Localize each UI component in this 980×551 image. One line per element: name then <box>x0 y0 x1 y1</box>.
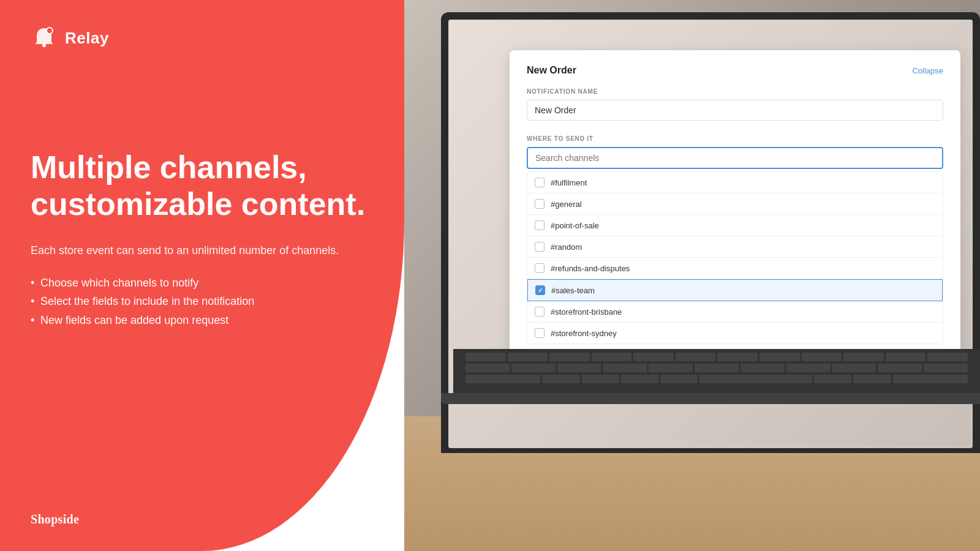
laptop-base <box>441 393 980 404</box>
key <box>508 353 548 361</box>
channel-label-random: #random <box>551 242 582 252</box>
card-header: New Order Collapse <box>527 65 943 76</box>
channel-label-storefront-brisbane: #storefront-brisbane <box>551 307 622 317</box>
key <box>633 353 674 361</box>
channel-checkbox-random[interactable] <box>535 242 545 252</box>
where-section: WHERE TO SEND IT #fulfilment #general <box>527 135 943 344</box>
laptop-screen-area: New Order Collapse NOTIFICATION NAME WHE… <box>441 12 980 453</box>
feature-item-1: Choose which channels to notify <box>31 274 374 293</box>
key <box>557 364 601 372</box>
key <box>660 375 698 383</box>
laptop-keyboard <box>453 349 980 398</box>
channel-item-general[interactable]: #general <box>527 193 943 215</box>
channel-item-point-of-sale[interactable]: #point-of-sale <box>527 215 943 236</box>
main-headline: Multiple channels, customizable content. <box>31 149 374 223</box>
key <box>511 364 556 372</box>
logo-area: Relay <box>31 24 374 51</box>
channel-label-sales-team: #sales-team <box>551 286 595 295</box>
key <box>878 364 922 372</box>
where-label: WHERE TO SEND IT <box>527 135 943 142</box>
app-card: New Order Collapse NOTIFICATION NAME WHE… <box>510 50 960 359</box>
key <box>549 353 590 361</box>
search-channels-input[interactable] <box>527 147 943 169</box>
key <box>582 375 619 383</box>
key <box>893 375 968 383</box>
key <box>924 364 968 372</box>
keyboard-row-1 <box>466 353 968 361</box>
channel-label-fulfilment: #fulfilment <box>551 178 587 187</box>
key <box>699 375 812 383</box>
channel-label-refunds: #refunds-and-disputes <box>551 264 630 273</box>
channel-checkbox-storefront-brisbane[interactable] <box>535 307 545 317</box>
key <box>542 375 579 383</box>
keyboard-row-3 <box>466 375 968 383</box>
keyboard-rows <box>453 349 980 387</box>
left-panel: Relay Multiple channels, customizable co… <box>0 0 404 551</box>
channel-label-point-of-sale: #point-of-sale <box>551 221 599 230</box>
channel-checkbox-fulfilment[interactable] <box>535 178 545 187</box>
channel-item-random[interactable]: #random <box>527 236 943 258</box>
channel-checkbox-storefront-sydney[interactable] <box>535 328 545 338</box>
key <box>621 375 658 383</box>
channel-item-sales-team[interactable]: #sales-team <box>527 279 943 301</box>
keyboard-row-2 <box>466 364 968 372</box>
channels-list: #fulfilment #general #point-of-sale <box>527 171 943 344</box>
brand-name: Relay <box>65 29 109 48</box>
feature-list: Choose which channels to notify Select t… <box>31 274 374 330</box>
key <box>466 364 510 372</box>
key <box>802 353 842 361</box>
feature-item-3: New fields can be added upon request <box>31 311 374 330</box>
channel-checkbox-sales-team[interactable] <box>535 285 545 295</box>
relay-logo-icon <box>31 24 58 51</box>
notification-name-input[interactable] <box>527 100 943 121</box>
key <box>927 353 968 361</box>
key <box>466 375 540 383</box>
notification-name-label: NOTIFICATION NAME <box>527 88 943 95</box>
key <box>832 364 876 372</box>
channel-checkbox-refunds[interactable] <box>535 263 545 273</box>
channel-checkbox-general[interactable] <box>535 199 545 209</box>
key <box>466 353 506 361</box>
key <box>649 364 693 372</box>
key <box>760 353 800 361</box>
channel-label-general: #general <box>551 200 582 209</box>
key <box>886 353 926 361</box>
svg-point-0 <box>42 43 46 47</box>
right-panel: New Order Collapse NOTIFICATION NAME WHE… <box>404 0 980 551</box>
svg-point-1 <box>47 28 53 34</box>
collapse-button[interactable]: Collapse <box>912 66 943 75</box>
card-title: New Order <box>527 65 576 76</box>
key <box>853 375 891 383</box>
key <box>814 375 851 383</box>
feature-item-2: Select the fields to include in the noti… <box>31 292 374 311</box>
channel-item-storefront-brisbane[interactable]: #storefront-brisbane <box>527 301 943 323</box>
key <box>592 353 632 361</box>
subtext: Each store event can send to an unlimite… <box>31 242 374 259</box>
bottom-brand: Shopside <box>31 488 374 527</box>
key <box>695 364 739 372</box>
key <box>741 364 785 372</box>
channel-label-storefront-sydney: #storefront-sydney <box>551 329 617 338</box>
channel-item-fulfilment[interactable]: #fulfilment <box>527 172 943 193</box>
key <box>786 364 831 372</box>
key <box>603 364 647 372</box>
key <box>676 353 716 361</box>
key <box>717 353 758 361</box>
key <box>843 353 884 361</box>
channel-checkbox-point-of-sale[interactable] <box>535 220 545 230</box>
channel-item-storefront-sydney[interactable]: #storefront-sydney <box>527 323 943 343</box>
channel-item-refunds[interactable]: #refunds-and-disputes <box>527 258 943 279</box>
